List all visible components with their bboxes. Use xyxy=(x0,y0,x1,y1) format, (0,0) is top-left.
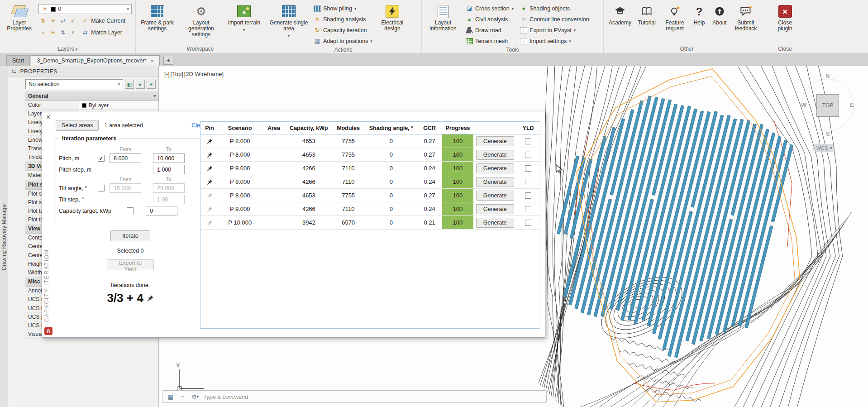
import-settings-button[interactable]: ↓ Import settings ▾ xyxy=(519,36,590,46)
generate-button[interactable]: Generate xyxy=(476,191,514,201)
tab-start[interactable]: Start xyxy=(6,55,30,66)
tilt-checkbox[interactable] xyxy=(98,185,105,192)
pitch-to-input[interactable] xyxy=(153,153,185,163)
layer-tool-icon[interactable]: ⇄ xyxy=(58,16,67,25)
new-tab-button[interactable]: + xyxy=(163,56,173,65)
layer-tool-icon[interactable]: ≈ xyxy=(38,28,48,37)
help-button[interactable]: ? Help xyxy=(691,2,708,26)
property-row[interactable]: ColorByLayer xyxy=(25,101,158,110)
yld-checkbox[interactable] xyxy=(525,165,531,172)
pin-cell[interactable] xyxy=(200,148,219,161)
yld-checkbox[interactable] xyxy=(525,152,531,158)
layer-tool-icon[interactable]: × xyxy=(68,28,77,37)
yld-checkbox[interactable] xyxy=(525,179,531,185)
pitch-step-input[interactable] xyxy=(153,165,185,174)
compass-west[interactable]: W xyxy=(801,101,806,108)
tilt-from-input[interactable] xyxy=(110,183,141,193)
viewport-minimize-control[interactable]: [-] xyxy=(164,71,170,77)
generate-button[interactable]: Generate xyxy=(476,136,514,146)
select-objects-button[interactable]: ▸ xyxy=(136,80,145,89)
layer-properties-button[interactable]: Layer Properties xyxy=(4,2,35,32)
tab-close-icon[interactable]: × xyxy=(151,57,154,64)
shading-analysis-button[interactable]: ☀ Shading analysis xyxy=(312,14,374,24)
capacity-iteration-button[interactable]: ↻ Capacity iteration xyxy=(312,25,374,35)
adapt-to-positions-button[interactable]: ▦ Adapt to positions ▾ xyxy=(312,36,374,46)
match-layer-button[interactable]: ⇄ Match Layer xyxy=(80,27,124,38)
yld-checkbox[interactable] xyxy=(525,206,531,212)
command-settings-icon[interactable]: ⚙▾ xyxy=(191,393,199,401)
shading-objects-button[interactable]: ● Shading objects xyxy=(519,3,590,14)
contour-line-conversion-button[interactable]: ≈ Contour line conversion xyxy=(519,14,590,24)
generate-single-area-button[interactable]: Generate single area ▾ xyxy=(269,2,309,39)
pin-cell[interactable] xyxy=(200,216,219,229)
generate-button[interactable]: Generate xyxy=(476,177,514,187)
compass-north[interactable]: N xyxy=(825,72,830,79)
yld-checkbox[interactable] xyxy=(525,220,531,226)
layer-tool-icon[interactable]: ✓ xyxy=(68,16,77,25)
electrical-design-button[interactable]: Electrical design xyxy=(377,2,407,32)
draw-road-button[interactable]: Draw road xyxy=(464,25,515,35)
generate-button[interactable]: Generate xyxy=(476,204,514,214)
about-button[interactable]: About xyxy=(710,2,730,26)
layout-information-button[interactable]: Layout information xyxy=(425,2,461,32)
cross-section-button[interactable]: ◪ Cross section ▾ xyxy=(464,3,515,14)
academy-button[interactable]: Academy xyxy=(607,2,633,26)
terrain-mesh-button[interactable]: Terrain mesh xyxy=(464,36,515,46)
properties-section-header[interactable]: General▾ xyxy=(25,91,158,101)
tilt-step-input[interactable] xyxy=(153,195,185,204)
dialog-close-icon[interactable]: × xyxy=(46,113,50,121)
pin-cell[interactable] xyxy=(200,189,219,202)
customize-icon[interactable]: ▦ xyxy=(167,393,175,401)
layer-select-dropdown[interactable]: ☀ 0 ▾ xyxy=(38,4,132,14)
feature-request-button[interactable]: Feature request xyxy=(661,2,689,32)
layer-tool-icon[interactable]: ☀ xyxy=(48,16,57,25)
pin-cell[interactable] xyxy=(200,202,219,215)
yld-checkbox[interactable] xyxy=(525,138,531,144)
palette-toggle-icon[interactable]: ⇆ xyxy=(12,68,17,75)
compass-east[interactable]: E xyxy=(850,101,854,108)
compass-south[interactable]: S xyxy=(826,130,830,137)
generate-button[interactable]: Generate xyxy=(476,163,514,173)
view-cube-top-button[interactable]: TOP xyxy=(816,94,839,117)
capacity-target-input[interactable] xyxy=(146,206,177,215)
tab-document[interactable]: 3_Demo_SmartUp_ExportOptions_recover* × xyxy=(31,55,160,66)
selection-dropdown[interactable]: No selection ▾ xyxy=(25,79,123,89)
generate-button[interactable]: Generate xyxy=(476,218,514,228)
pitch-checkbox[interactable] xyxy=(98,155,105,162)
export-to-pvsyst-button[interactable]: ↑ Export to PVsyst ▾ xyxy=(519,25,590,35)
layer-tool-icon[interactable]: ⇅ xyxy=(38,16,48,25)
quick-select-button[interactable]: + xyxy=(147,80,156,89)
add-command-icon[interactable]: + xyxy=(179,393,187,401)
close-plugin-button[interactable]: × Close plugin xyxy=(774,2,796,32)
export-to-yield-button[interactable]: Export to Yield xyxy=(107,259,154,270)
pin-cell[interactable] xyxy=(200,175,219,188)
export-icon: ↑ xyxy=(520,27,527,34)
pin-cell[interactable] xyxy=(200,162,219,175)
tilt-to-input[interactable] xyxy=(153,183,185,193)
toggle-pickadd-button[interactable]: ◧ xyxy=(125,80,134,89)
layout-generation-settings-button[interactable]: ⚙ Layout generation settings xyxy=(181,2,221,38)
show-piling-button[interactable]: Show piling ▾ xyxy=(312,3,374,14)
group-label-layers[interactable]: Layers ▾ xyxy=(0,45,135,53)
make-current-button[interactable]: ✓ Make Current xyxy=(80,15,127,26)
import-terrain-button[interactable]: ▲ Import terrain ▾ xyxy=(227,2,261,33)
properties-title-bar[interactable]: ⇆ PROPERTIES xyxy=(8,66,158,77)
iterate-button[interactable]: Iterate xyxy=(110,230,150,241)
frame-park-settings-button[interactable]: Frame & park settings xyxy=(139,2,175,32)
wcs-dropdown[interactable]: WCS ▾ xyxy=(813,144,835,152)
viewport-view-control[interactable]: [Top] xyxy=(171,71,183,77)
command-input[interactable] xyxy=(203,393,542,400)
civil-analysis-button[interactable]: ▲ Civil analysis xyxy=(464,14,515,24)
generate-button[interactable]: Generate xyxy=(476,150,514,160)
pin-cell[interactable] xyxy=(200,134,219,148)
pitch-from-input[interactable] xyxy=(110,153,141,163)
layer-tool-icon[interactable]: ⇅ xyxy=(58,28,67,37)
tutorial-button[interactable]: Tutorial xyxy=(634,2,659,26)
submit-feedback-button[interactable]: Submit feedback xyxy=(731,2,760,32)
yld-checkbox[interactable] xyxy=(525,192,531,199)
layer-tool-icon[interactable]: ☀ xyxy=(48,28,57,37)
viewport-visual-style-control[interactable]: [2D Wireframe] xyxy=(184,71,224,77)
capacity-target-checkbox[interactable] xyxy=(127,207,134,214)
select-areas-button[interactable]: Select areas xyxy=(56,120,99,131)
drawing-recovery-manager-palette[interactable]: Drawing Recovery Manager xyxy=(0,66,8,407)
